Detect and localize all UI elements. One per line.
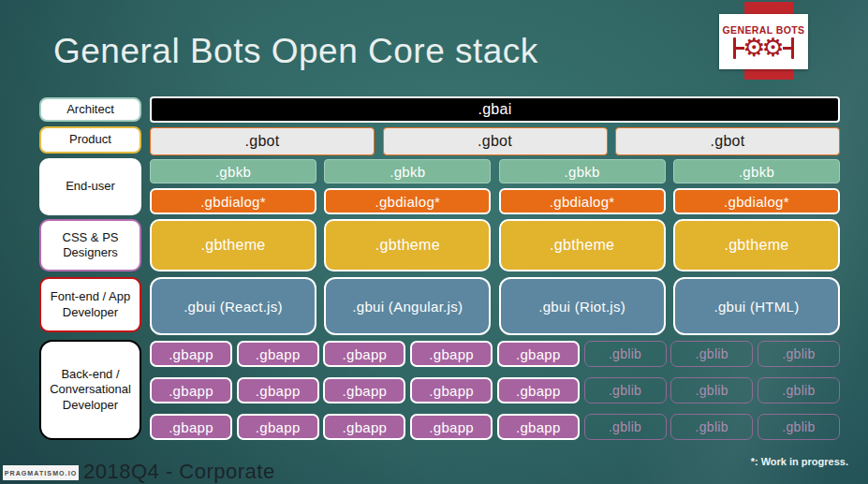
row-gbai: .gbai — [150, 96, 840, 123]
row-label-frontend-app-developer: Font-end / App Developer — [39, 277, 141, 332]
gbui-html-box: .gbui (HTML) — [673, 277, 840, 335]
row-gbui: .gbui (React.js) .gbui (Angular.js) .gbu… — [150, 277, 840, 335]
gbapp-box: .gbapp — [410, 377, 493, 403]
pragmatismo-badge: PRAGMATISMO.IO — [3, 465, 79, 480]
row-backend: .gbapp .gbapp .gbapp .gbapp .gbapp .gbli… — [150, 414, 840, 440]
row-label-product: Product — [39, 126, 141, 154]
gbapp-box: .gbapp — [150, 377, 232, 403]
gbui-riot-box: .gbui (Riot.js) — [499, 277, 666, 335]
gbai-box: .gbai — [150, 96, 840, 123]
gbapp-box: .gbapp — [497, 341, 580, 367]
gblib-box: .gblib — [584, 414, 667, 440]
row-gbdialog: .gbdialog* .gbdialog* .gbdialog* .gbdial… — [150, 188, 840, 214]
row-label-css-ps-designers: CSS & PS Designers — [39, 219, 141, 271]
row-label-architect: Architect — [39, 97, 141, 122]
gbapp-box: .gbapp — [410, 414, 493, 440]
gbtheme-box: .gbtheme — [499, 219, 666, 271]
gear-icon: ⚙ — [762, 37, 785, 59]
slide: General Bots Open Core stack GENERAL BOT… — [0, 0, 868, 484]
gears-icon: ⚙ ⚙ — [733, 37, 793, 59]
gbot-box: .gbot — [383, 127, 608, 155]
gblib-box: .gblib — [758, 377, 840, 403]
gbkb-box: .gbkb — [150, 159, 316, 183]
gbapp-box: .gbapp — [323, 377, 405, 403]
gbapp-box: .gbapp — [237, 414, 319, 440]
gbapp-box: .gbapp — [150, 341, 232, 367]
gblib-box: .gblib — [758, 341, 840, 367]
page-title: General Bots Open Core stack — [53, 32, 728, 71]
gbtheme-box: .gbtheme — [324, 219, 491, 271]
row-backend: .gbapp .gbapp .gbapp .gbapp .gbapp .gbli… — [150, 377, 840, 403]
row-label-backend-conversational-developer: Back-end / Conversational Developer — [39, 340, 141, 440]
gbapp-box: .gbapp — [497, 377, 580, 403]
row-label-end-user: End-user — [39, 158, 141, 215]
gear-bar-right-icon — [791, 37, 794, 59]
row-backend: .gbapp .gbapp .gbapp .gbapp .gbapp .gbli… — [150, 341, 840, 367]
work-in-progress-note: *: Work in progress. — [751, 456, 848, 467]
gblib-box: .gblib — [584, 377, 667, 403]
gbdialog-box: .gbdialog* — [499, 188, 666, 214]
footer-caption: 2018Q4 - Corporate — [83, 460, 275, 484]
gear-line-right-icon — [783, 47, 791, 50]
gblib-box: .gblib — [584, 341, 667, 367]
row-gbot: .gbot .gbot .gbot — [150, 127, 840, 155]
gbapp-box: .gbapp — [237, 341, 319, 367]
gblib-box: .gblib — [670, 377, 753, 403]
general-bots-logo: GENERAL BOTS ⚙ ⚙ — [719, 14, 808, 69]
gbkb-box: .gbkb — [673, 159, 840, 183]
gbapp-box: .gbapp — [497, 414, 580, 440]
gbot-box: .gbot — [615, 127, 840, 155]
gbdialog-box: .gbdialog* — [673, 188, 840, 214]
gblib-box: .gblib — [670, 414, 753, 440]
gbdialog-box: .gbdialog* — [150, 188, 316, 214]
row-gbkb: .gbkb .gbkb .gbkb .gbkb — [150, 159, 840, 183]
gbkb-box: .gbkb — [324, 159, 491, 183]
gbapp-box: .gbapp — [410, 341, 493, 367]
gbui-react-box: .gbui (React.js) — [150, 277, 316, 335]
gbkb-box: .gbkb — [499, 159, 666, 183]
gblib-box: .gblib — [670, 341, 753, 367]
gbapp-box: .gbapp — [323, 341, 405, 367]
gbdialog-box: .gbdialog* — [324, 188, 491, 214]
gbapp-box: .gbapp — [237, 377, 319, 403]
gblib-box: .gblib — [758, 414, 840, 440]
row-gbtheme: .gbtheme .gbtheme .gbtheme .gbtheme — [150, 219, 840, 271]
gbapp-box: .gbapp — [323, 414, 405, 440]
gbui-angular-box: .gbui (Angular.js) — [324, 277, 491, 335]
gbtheme-box: .gbtheme — [673, 219, 840, 271]
gbapp-box: .gbapp — [150, 414, 232, 440]
gbtheme-box: .gbtheme — [150, 219, 316, 271]
gbot-box: .gbot — [150, 127, 375, 155]
